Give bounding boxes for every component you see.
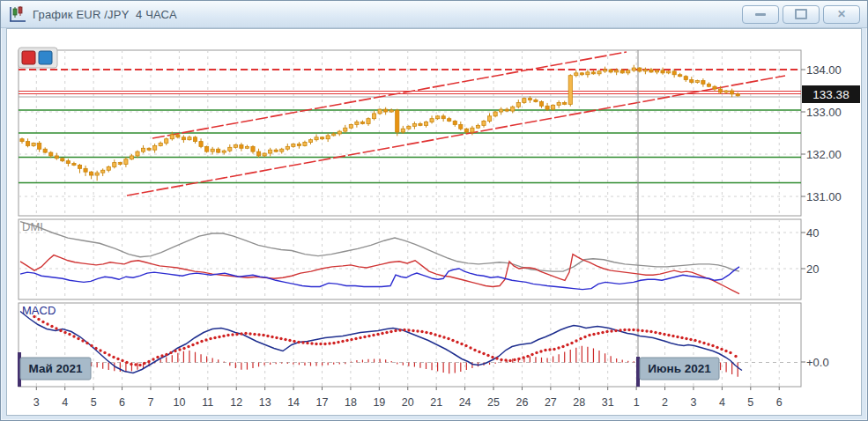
date-label: 6 — [776, 396, 783, 409]
price-label: 132.00 — [806, 148, 842, 161]
date-label: 31 — [602, 396, 614, 409]
date-label: 5 — [747, 396, 753, 409]
date-label: 10 — [173, 396, 185, 409]
date-label: 19 — [373, 396, 385, 409]
window-title: График EUR /JPY 4 ЧАСА — [33, 8, 177, 21]
date-label: 7 — [148, 396, 154, 409]
macd-panel-label: MACD — [22, 304, 56, 317]
price-label: 134.00 — [806, 63, 842, 77]
date-label: 5 — [91, 396, 97, 409]
date-label: 26 — [516, 396, 528, 409]
date-label: 20 — [402, 396, 414, 409]
macd-value-label: +0.0 — [806, 356, 829, 369]
current-price-value: 133.38 — [812, 88, 849, 101]
date-label: 24 — [459, 396, 471, 409]
price-label: 131.00 — [806, 190, 842, 203]
red-square-button[interactable] — [22, 51, 35, 64]
month-start-marker — [636, 357, 640, 387]
date-label: 14 — [287, 396, 300, 409]
date-label: 13 — [259, 396, 271, 409]
date-label: 11 — [202, 396, 213, 409]
chart-content-area: 3456710111213141718192021242526272831123… — [6, 28, 862, 416]
month-label: Май 2021 — [28, 362, 82, 375]
blue-square-button[interactable] — [39, 51, 52, 64]
title-bar[interactable]: График EUR /JPY 4 ЧАСА ✕ — [1, 1, 867, 28]
date-label: 3 — [690, 396, 696, 409]
month-label: Июнь 2021 — [648, 362, 711, 375]
date-label: 18 — [345, 396, 357, 409]
date-label: 27 — [545, 396, 557, 409]
date-label: 17 — [316, 396, 329, 409]
candlestick-chart-icon — [8, 5, 27, 23]
maximize-button[interactable] — [783, 5, 820, 24]
dmi-panel[interactable] — [19, 219, 801, 299]
maximize-icon — [795, 9, 807, 19]
date-label: 2 — [662, 396, 668, 409]
date-label: 28 — [573, 396, 585, 409]
date-label: 25 — [487, 396, 500, 409]
date-label: 1 — [634, 396, 640, 409]
chart-canvas[interactable]: 3456710111213141718192021242526272831123… — [7, 29, 861, 413]
chart-window: График EUR /JPY 4 ЧАСА ✕ 345671011121314… — [0, 0, 868, 421]
date-label: 12 — [230, 396, 242, 409]
date-label: 3 — [33, 396, 40, 409]
date-label: 4 — [62, 396, 68, 409]
dmi-value-label: 40 — [806, 226, 819, 240]
close-icon: ✕ — [837, 9, 846, 19]
date-label: 4 — [719, 396, 725, 409]
close-button[interactable]: ✕ — [823, 5, 860, 24]
date-label: 21 — [430, 396, 442, 409]
price-label: 133.00 — [806, 106, 842, 119]
dmi-panel-label: DMI — [22, 220, 43, 233]
date-label: 6 — [119, 396, 125, 409]
minimize-button[interactable] — [742, 5, 779, 24]
dmi-value-label: 20 — [806, 262, 819, 276]
minimize-icon — [755, 13, 766, 16]
